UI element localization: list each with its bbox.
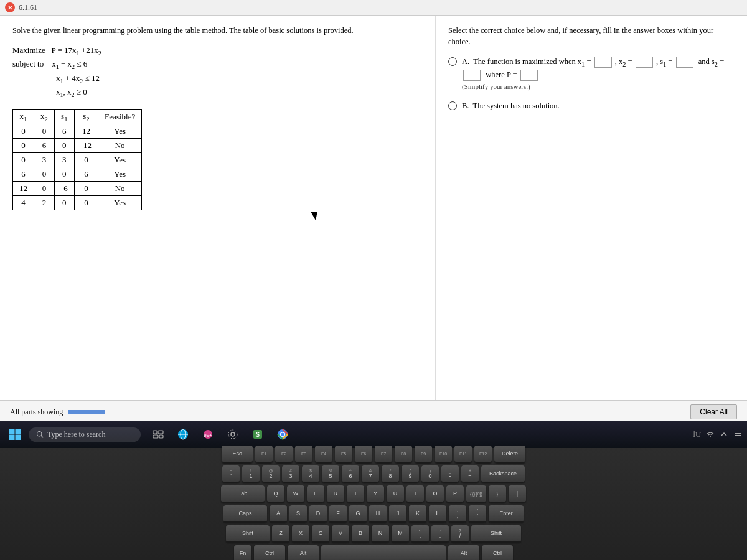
key-x[interactable]: X [292, 525, 309, 543]
key-slash[interactable]: ?/ [451, 525, 469, 543]
key-f4[interactable]: F4 [315, 446, 332, 463]
notification-button[interactable]: 99+ [197, 423, 219, 446]
key-ctrl-left[interactable]: Ctrl [254, 545, 285, 560]
key-6[interactable]: ^6 [342, 465, 359, 483]
key-f1[interactable]: F1 [255, 446, 273, 463]
clear-all-button[interactable]: Clear All [690, 404, 737, 419]
key-semicolon[interactable]: :; [449, 505, 466, 523]
start-button[interactable] [5, 424, 25, 444]
key-quote[interactable]: "' [469, 505, 486, 523]
key-3[interactable]: #3 [282, 465, 299, 483]
key-equals[interactable]: += [461, 465, 479, 483]
key-a[interactable]: A [270, 505, 287, 523]
key-f2[interactable]: F2 [275, 446, 293, 463]
key-5[interactable]: %5 [322, 465, 339, 483]
browser-button[interactable] [172, 423, 194, 446]
key-minus[interactable]: _- [441, 465, 459, 483]
key-f3[interactable]: F3 [295, 446, 312, 463]
key-f5[interactable]: F5 [335, 446, 352, 463]
radio-a[interactable] [448, 57, 457, 66]
key-rbracket[interactable]: } [489, 485, 506, 503]
key-n[interactable]: N [372, 525, 389, 543]
answer-x2[interactable] [636, 57, 653, 68]
option-b[interactable]: B. The system has no solution. [448, 100, 735, 112]
col-header-x1: x1 [13, 109, 34, 124]
key-shift-right[interactable]: Shift [471, 525, 521, 543]
radio-b[interactable] [448, 101, 457, 110]
key-f8[interactable]: F8 [395, 446, 412, 463]
key-h[interactable]: H [369, 505, 387, 523]
key-enter[interactable]: Enter [489, 505, 524, 523]
key-delete[interactable]: Delete [494, 446, 525, 463]
key-t[interactable]: T [347, 485, 364, 503]
key-f12[interactable]: F12 [474, 446, 492, 463]
key-e[interactable]: E [307, 485, 324, 503]
key-s[interactable]: S [289, 505, 307, 523]
key-backspace[interactable]: Backspace [481, 465, 525, 483]
key-space[interactable] [321, 545, 446, 560]
answer-s1[interactable] [676, 57, 693, 68]
key-comma[interactable]: <, [411, 525, 429, 543]
svg-rect-9 [159, 435, 163, 438]
key-7[interactable]: &7 [362, 465, 379, 483]
key-f6[interactable]: F6 [355, 446, 372, 463]
key-c[interactable]: C [312, 525, 329, 543]
close-button[interactable]: ✕ [5, 2, 15, 12]
dollar-button[interactable]: $ [247, 423, 269, 446]
key-i[interactable]: I [406, 485, 424, 503]
key-y[interactable]: Y [367, 485, 384, 503]
option-a[interactable]: A. The function is maximized when x1 = ,… [448, 56, 735, 93]
chrome-button[interactable] [271, 423, 294, 446]
settings-button[interactable] [222, 423, 244, 446]
taskbar-search[interactable]: Type here to search [29, 427, 141, 442]
key-2[interactable]: @2 [262, 465, 280, 483]
key-g[interactable]: G [349, 505, 367, 523]
key-alt-left[interactable]: Alt [288, 545, 319, 560]
answer-x1[interactable] [594, 57, 612, 68]
key-ctrl-right[interactable]: Ctrl [482, 545, 513, 560]
answer-p[interactable] [520, 70, 538, 81]
svg-rect-1 [16, 429, 21, 434]
key-p[interactable]: P [446, 485, 464, 503]
table-cell: 0 [54, 167, 74, 182]
table-cell: 6 [34, 139, 55, 153]
task-view-button[interactable] [147, 423, 169, 446]
key-fn[interactable]: Fn [234, 545, 251, 560]
table-cell: 0 [74, 153, 98, 167]
key-j[interactable]: J [389, 505, 406, 523]
key-m[interactable]: M [392, 525, 409, 543]
key-period[interactable]: >. [431, 525, 449, 543]
key-9[interactable]: (9 [402, 465, 419, 483]
key-f11[interactable]: F11 [454, 446, 472, 463]
key-4[interactable]: $4 [302, 465, 319, 483]
key-alt-right[interactable]: Alt [448, 545, 479, 560]
key-f10[interactable]: F10 [435, 446, 452, 463]
key-k[interactable]: K [409, 505, 426, 523]
key-b[interactable]: B [352, 525, 369, 543]
key-o[interactable]: O [426, 485, 444, 503]
key-z[interactable]: Z [272, 525, 289, 543]
key-u[interactable]: U [387, 485, 404, 503]
key-r[interactable]: R [327, 485, 344, 503]
key-tab[interactable]: Tab [221, 485, 265, 503]
key-f[interactable]: F [329, 505, 347, 523]
key-0[interactable]: )0 [421, 465, 439, 483]
key-backtick[interactable]: ~` [222, 465, 240, 483]
key-shift-left[interactable]: Shift [226, 525, 270, 543]
key-backslash[interactable]: | [509, 485, 526, 503]
key-q[interactable]: Q [267, 485, 284, 503]
key-esc[interactable]: Esc [222, 446, 253, 463]
key-lbracket[interactable]: {'{}'[0]} [466, 485, 486, 503]
answer-s2[interactable] [463, 70, 481, 81]
key-d[interactable]: D [309, 505, 327, 523]
key-f9[interactable]: F9 [415, 446, 432, 463]
key-v[interactable]: V [332, 525, 349, 543]
col-header-feasible: Feasible? [98, 109, 142, 124]
svg-point-15 [231, 432, 235, 436]
key-caps[interactable]: Caps [223, 505, 267, 523]
key-l[interactable]: L [429, 505, 446, 523]
key-f7[interactable]: F7 [375, 446, 392, 463]
key-8[interactable]: *8 [382, 465, 399, 483]
key-w[interactable]: W [287, 485, 304, 503]
key-1[interactable]: !1 [242, 465, 260, 483]
